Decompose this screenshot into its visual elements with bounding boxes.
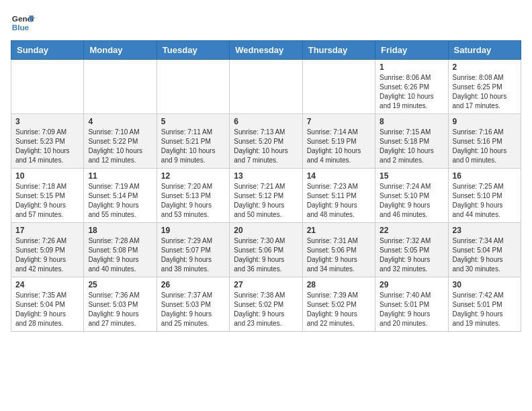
- day-number: 26: [161, 280, 225, 289]
- weekday-header: Saturday: [448, 41, 521, 60]
- day-number: 15: [380, 171, 443, 181]
- calendar-week-row: 1Sunrise: 8:06 AM Sunset: 6:26 PM Daylig…: [11, 60, 521, 114]
- day-info: Sunrise: 7:13 AM Sunset: 5:20 PM Dayligh…: [234, 128, 298, 165]
- day-number: 4: [88, 117, 152, 126]
- calendar-week-row: 17Sunrise: 7:26 AM Sunset: 5:09 PM Dayli…: [11, 223, 521, 277]
- calendar-cell: 10Sunrise: 7:18 AM Sunset: 5:15 PM Dayli…: [11, 169, 84, 223]
- day-number: 29: [380, 280, 443, 289]
- day-info: Sunrise: 7:15 AM Sunset: 5:18 PM Dayligh…: [380, 128, 443, 165]
- calendar-cell: 29Sunrise: 7:40 AM Sunset: 5:01 PM Dayli…: [375, 277, 448, 332]
- day-number: 27: [234, 280, 298, 289]
- calendar-cell: 22Sunrise: 7:32 AM Sunset: 5:05 PM Dayli…: [375, 223, 448, 277]
- day-info: Sunrise: 7:35 AM Sunset: 5:04 PM Dayligh…: [15, 291, 79, 328]
- calendar-cell: 12Sunrise: 7:20 AM Sunset: 5:13 PM Dayli…: [157, 169, 229, 223]
- calendar-week-row: 3Sunrise: 7:09 AM Sunset: 5:23 PM Daylig…: [11, 114, 521, 169]
- calendar-cell: 8Sunrise: 7:15 AM Sunset: 5:18 PM Daylig…: [375, 114, 448, 169]
- weekday-header: Monday: [84, 41, 157, 60]
- weekday-header: Tuesday: [157, 41, 229, 60]
- day-info: Sunrise: 7:19 AM Sunset: 5:14 PM Dayligh…: [88, 182, 152, 220]
- calendar-cell: 9Sunrise: 7:16 AM Sunset: 5:16 PM Daylig…: [448, 114, 521, 169]
- day-number: 1: [380, 62, 443, 72]
- day-number: 2: [453, 62, 517, 72]
- day-info: Sunrise: 7:14 AM Sunset: 5:19 PM Dayligh…: [307, 128, 371, 165]
- day-info: Sunrise: 7:39 AM Sunset: 5:02 PM Dayligh…: [307, 291, 371, 328]
- day-number: 9: [453, 117, 517, 126]
- day-info: Sunrise: 7:28 AM Sunset: 5:08 PM Dayligh…: [88, 236, 152, 274]
- calendar-week-row: 10Sunrise: 7:18 AM Sunset: 5:15 PM Dayli…: [11, 169, 521, 223]
- day-number: 20: [234, 226, 298, 235]
- day-info: Sunrise: 7:16 AM Sunset: 5:16 PM Dayligh…: [453, 128, 517, 165]
- day-info: Sunrise: 7:18 AM Sunset: 5:15 PM Dayligh…: [15, 182, 79, 220]
- day-info: Sunrise: 7:32 AM Sunset: 5:05 PM Dayligh…: [380, 236, 443, 274]
- day-number: 21: [307, 226, 371, 235]
- day-number: 19: [161, 226, 225, 235]
- day-number: 25: [88, 280, 152, 289]
- day-info: Sunrise: 7:40 AM Sunset: 5:01 PM Dayligh…: [380, 291, 443, 328]
- day-info: Sunrise: 7:34 AM Sunset: 5:04 PM Dayligh…: [453, 236, 517, 274]
- svg-text:Blue: Blue: [12, 23, 30, 32]
- weekday-header: Sunday: [11, 41, 84, 60]
- calendar-table: SundayMondayTuesdayWednesdayThursdayFrid…: [11, 40, 521, 332]
- calendar-cell: 2Sunrise: 8:08 AM Sunset: 6:25 PM Daylig…: [448, 60, 521, 114]
- day-info: Sunrise: 7:24 AM Sunset: 5:10 PM Dayligh…: [380, 182, 443, 220]
- weekday-header: Wednesday: [230, 41, 302, 60]
- calendar-cell: 30Sunrise: 7:42 AM Sunset: 5:01 PM Dayli…: [448, 277, 521, 332]
- calendar-cell: 20Sunrise: 7:30 AM Sunset: 5:06 PM Dayli…: [230, 223, 302, 277]
- calendar-cell: 28Sunrise: 7:39 AM Sunset: 5:02 PM Dayli…: [302, 277, 375, 332]
- day-info: Sunrise: 7:26 AM Sunset: 5:09 PM Dayligh…: [15, 236, 79, 274]
- calendar-cell: 15Sunrise: 7:24 AM Sunset: 5:10 PM Dayli…: [375, 169, 448, 223]
- calendar-cell: [230, 60, 302, 114]
- calendar-cell: 1Sunrise: 8:06 AM Sunset: 6:26 PM Daylig…: [375, 60, 448, 114]
- day-info: Sunrise: 7:37 AM Sunset: 5:03 PM Dayligh…: [161, 291, 225, 328]
- day-number: 17: [15, 226, 79, 235]
- logo-icon: General Blue: [11, 11, 35, 35]
- day-number: 7: [307, 117, 371, 126]
- day-number: 28: [307, 280, 371, 289]
- day-number: 8: [380, 117, 443, 126]
- calendar-cell: 11Sunrise: 7:19 AM Sunset: 5:14 PM Dayli…: [84, 169, 157, 223]
- calendar-cell: 4Sunrise: 7:10 AM Sunset: 5:22 PM Daylig…: [84, 114, 157, 169]
- calendar-cell: 3Sunrise: 7:09 AM Sunset: 5:23 PM Daylig…: [11, 114, 84, 169]
- day-info: Sunrise: 8:08 AM Sunset: 6:25 PM Dayligh…: [453, 73, 517, 111]
- calendar-week-row: 24Sunrise: 7:35 AM Sunset: 5:04 PM Dayli…: [11, 277, 521, 332]
- calendar-cell: [157, 60, 229, 114]
- page-header: General Blue: [11, 11, 521, 35]
- day-number: 10: [15, 171, 79, 181]
- day-info: Sunrise: 7:36 AM Sunset: 5:03 PM Dayligh…: [88, 291, 152, 328]
- day-info: Sunrise: 7:42 AM Sunset: 5:01 PM Dayligh…: [453, 291, 517, 328]
- calendar-cell: 13Sunrise: 7:21 AM Sunset: 5:12 PM Dayli…: [230, 169, 302, 223]
- calendar-cell: 6Sunrise: 7:13 AM Sunset: 5:20 PM Daylig…: [230, 114, 302, 169]
- calendar-cell: 17Sunrise: 7:26 AM Sunset: 5:09 PM Dayli…: [11, 223, 84, 277]
- day-info: Sunrise: 7:31 AM Sunset: 5:06 PM Dayligh…: [307, 236, 371, 274]
- day-info: Sunrise: 7:20 AM Sunset: 5:13 PM Dayligh…: [161, 182, 225, 220]
- day-info: Sunrise: 7:25 AM Sunset: 5:10 PM Dayligh…: [453, 182, 517, 220]
- day-number: 30: [453, 280, 517, 289]
- calendar-cell: [84, 60, 157, 114]
- day-number: 14: [307, 171, 371, 181]
- calendar-cell: 16Sunrise: 7:25 AM Sunset: 5:10 PM Dayli…: [448, 169, 521, 223]
- day-number: 22: [380, 226, 443, 235]
- weekday-header-row: SundayMondayTuesdayWednesdayThursdayFrid…: [11, 41, 521, 60]
- day-number: 3: [15, 117, 79, 126]
- calendar-cell: 18Sunrise: 7:28 AM Sunset: 5:08 PM Dayli…: [84, 223, 157, 277]
- day-info: Sunrise: 7:38 AM Sunset: 5:02 PM Dayligh…: [234, 291, 298, 328]
- calendar-cell: 5Sunrise: 7:11 AM Sunset: 5:21 PM Daylig…: [157, 114, 229, 169]
- calendar-cell: [11, 60, 84, 114]
- calendar-cell: 19Sunrise: 7:29 AM Sunset: 5:07 PM Dayli…: [157, 223, 229, 277]
- day-number: 16: [453, 171, 517, 181]
- day-info: Sunrise: 7:29 AM Sunset: 5:07 PM Dayligh…: [161, 236, 225, 274]
- day-info: Sunrise: 7:23 AM Sunset: 5:11 PM Dayligh…: [307, 182, 371, 220]
- day-number: 11: [88, 171, 152, 181]
- day-info: Sunrise: 7:30 AM Sunset: 5:06 PM Dayligh…: [234, 236, 298, 274]
- calendar-cell: [302, 60, 375, 114]
- day-info: Sunrise: 7:10 AM Sunset: 5:22 PM Dayligh…: [88, 128, 152, 165]
- calendar-cell: 21Sunrise: 7:31 AM Sunset: 5:06 PM Dayli…: [302, 223, 375, 277]
- calendar-cell: 24Sunrise: 7:35 AM Sunset: 5:04 PM Dayli…: [11, 277, 84, 332]
- calendar-cell: 14Sunrise: 7:23 AM Sunset: 5:11 PM Dayli…: [302, 169, 375, 223]
- day-number: 5: [161, 117, 225, 126]
- calendar-cell: 25Sunrise: 7:36 AM Sunset: 5:03 PM Dayli…: [84, 277, 157, 332]
- calendar-cell: 23Sunrise: 7:34 AM Sunset: 5:04 PM Dayli…: [448, 223, 521, 277]
- day-number: 23: [453, 226, 517, 235]
- day-number: 12: [161, 171, 225, 181]
- day-info: Sunrise: 7:21 AM Sunset: 5:12 PM Dayligh…: [234, 182, 298, 220]
